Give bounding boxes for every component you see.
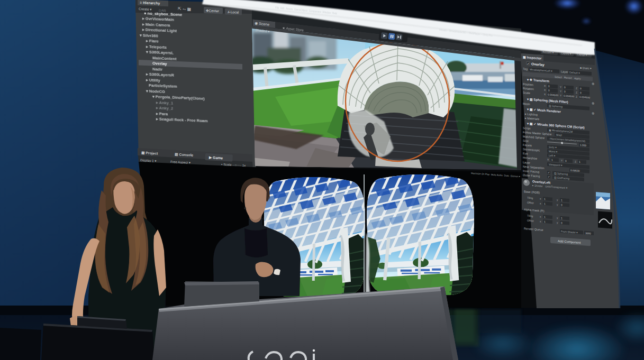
svg-text:0: 0 xyxy=(548,89,550,92)
svg-text:Z: Z xyxy=(576,95,577,98)
svg-text:Layer: Layer xyxy=(523,161,530,164)
svg-text:Facets: Facets xyxy=(523,143,532,147)
svg-text:⍼Local: ⍼Local xyxy=(228,10,239,14)
svg-text:Z: Z xyxy=(576,87,577,89)
svg-text:▸ Utility: ▸ Utility xyxy=(146,78,160,83)
svg-text:1: 1 xyxy=(544,202,546,205)
svg-text:▸ Anky_2: ▸ Anky_2 xyxy=(156,106,173,111)
svg-text:0: 0 xyxy=(561,221,563,224)
svg-text:✓: ✓ xyxy=(548,175,550,178)
svg-text:0: 0 xyxy=(564,90,566,93)
svg-text:Mono ▾: Mono ▾ xyxy=(549,150,558,153)
svg-text:⚙: ⚙ xyxy=(592,112,594,115)
svg-text:Eye: Eye xyxy=(523,152,528,155)
svg-text:Size: Size xyxy=(523,139,529,143)
svg-text:✓: ✓ xyxy=(527,62,530,65)
svg-text:1.000: 1.000 xyxy=(580,144,586,147)
svg-text:Sixty ▾: Sixty ▾ xyxy=(549,145,557,149)
svg-text:Tiling: Tiling xyxy=(527,197,533,200)
svg-text:Scale: Scale xyxy=(523,91,530,95)
svg-text:▸ Anky_1: ▸ Anky_1 xyxy=(156,100,173,105)
svg-text:▸ Para: ▸ Para xyxy=(156,111,168,116)
svg-text:Overlay: Overlay xyxy=(152,61,167,67)
svg-text:0: 0 xyxy=(561,204,563,206)
svg-text:0: 0 xyxy=(580,91,582,94)
svg-text:✥Center: ✥Center xyxy=(206,8,220,13)
svg-text:▸ Teleports: ▸ Teleports xyxy=(146,44,167,50)
svg-text:MainContent: MainContent xyxy=(152,56,177,61)
svg-text:⇱ ⥊ ▦: ⇱ ⥊ ▦ xyxy=(178,6,191,12)
svg-text:3000: 3000 xyxy=(585,232,591,235)
svg-text:Mast: Mast xyxy=(556,133,562,137)
svg-text:1: 1 xyxy=(561,199,563,201)
svg-text:1: 1 xyxy=(544,216,546,218)
svg-text:0: 0 xyxy=(565,160,567,162)
svg-text:Tag: Tag xyxy=(523,67,528,71)
svg-text:Offset: Offset xyxy=(527,201,534,205)
svg-text:▾ Silvr360: ▾ Silvr360 xyxy=(139,33,158,38)
svg-text:0: 0 xyxy=(564,86,566,89)
svg-text:Tiling: Tiling xyxy=(527,215,533,218)
svg-text:Z: Z xyxy=(575,160,576,163)
svg-text:Mesh: Mesh xyxy=(523,102,530,106)
svg-text:0: 0 xyxy=(548,85,550,88)
svg-text:Z: Z xyxy=(576,91,577,94)
svg-text:Offset: Offset xyxy=(527,219,534,223)
svg-text:Nadir: Nadir xyxy=(152,67,162,72)
svg-text:▾ NodeCG: ▾ NodeCG xyxy=(146,89,165,94)
svg-text:✓: ✓ xyxy=(548,171,550,174)
svg-text:1: 1 xyxy=(551,159,553,161)
svg-text:▸ Flare: ▸ Flare xyxy=(146,39,159,44)
svg-text:1: 1 xyxy=(544,220,546,223)
svg-text:⚙: ⚙ xyxy=(592,82,594,86)
svg-text:1: 1 xyxy=(561,217,563,219)
svg-text:⚙: ⚙ xyxy=(592,102,594,105)
svg-text:Script: Script xyxy=(523,126,531,130)
svg-text:Left ▾: Left ▾ xyxy=(549,154,556,158)
svg-text:1: 1 xyxy=(544,198,546,200)
svg-text:Layer: Layer xyxy=(561,70,568,73)
svg-text:1: 1 xyxy=(579,161,580,163)
svg-text:0: 0 xyxy=(580,87,582,90)
